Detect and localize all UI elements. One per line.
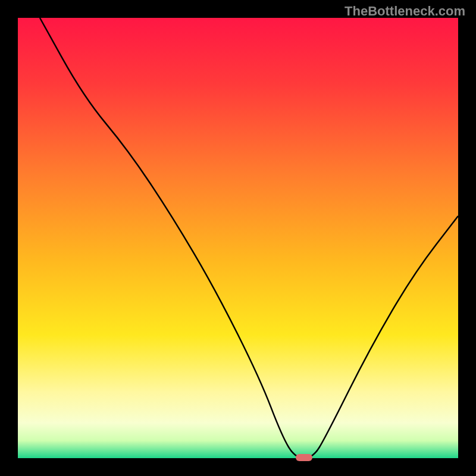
chart-svg: [0, 0, 476, 476]
bottleneck-chart: TheBottleneck.com: [0, 0, 476, 476]
optimal-marker: [296, 454, 312, 461]
plot-background: [18, 18, 458, 458]
watermark-text: TheBottleneck.com: [345, 4, 465, 19]
